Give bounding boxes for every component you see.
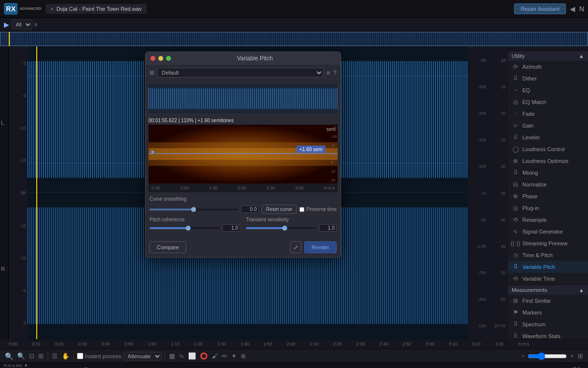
- utility-collapse-icon[interactable]: ▲: [579, 53, 584, 59]
- panel-item[interactable]: ⊹ Gain: [508, 120, 588, 131]
- vp-time-2: 1:30: [209, 185, 218, 190]
- hz-entry: 15: [488, 73, 507, 100]
- vp-time-0: 0:30: [151, 185, 160, 190]
- curve-smoothing-slider[interactable]: [149, 209, 238, 210]
- panel-item[interactable]: ∿ Signal Generator: [508, 226, 588, 237]
- preserve-time-checkbox[interactable]: Preserve time: [299, 207, 337, 212]
- preserve-time-input[interactable]: [299, 207, 304, 212]
- view-select[interactable]: All: [11, 20, 32, 29]
- panel-item[interactable]: ⠿ Leveler: [508, 131, 588, 143]
- panel-item[interactable]: ⊕ Loudness Optimize: [508, 155, 588, 167]
- compare-button[interactable]: Compare: [149, 241, 186, 253]
- reset-curve-button[interactable]: Reset curve: [262, 205, 296, 214]
- magic-wand-icon[interactable]: ✦: [230, 351, 238, 361]
- panel-item[interactable]: ⠿ Waveform Stats: [508, 330, 588, 339]
- lasso-icon[interactable]: ⭕: [199, 351, 209, 361]
- waveform-icon[interactable]: ∿: [178, 351, 185, 361]
- hand-tool-icon[interactable]: ✋: [61, 351, 71, 361]
- zoom-minus-icon[interactable]: −: [520, 351, 526, 361]
- timecode-section: h:m:s.ms ▼ 00:00:00.000: [4, 363, 75, 368]
- panel-item[interactable]: ◎ EQ Match: [508, 96, 588, 108]
- fit-zoom-icon[interactable]: ⊞: [577, 351, 584, 361]
- zoom-in-icon[interactable]: 🔍: [4, 351, 14, 361]
- find-similar-icon: ⊞: [512, 297, 519, 305]
- spectrogram-icon[interactable]: ▦: [168, 351, 176, 361]
- panel-item[interactable]: ⠿ Spectrum: [508, 318, 588, 330]
- eq-match-label: EQ Match: [522, 99, 546, 105]
- dither-label: Dither: [522, 76, 537, 81]
- panel-item[interactable]: ~ EQ: [508, 84, 588, 96]
- panel-item[interactable]: ⠿ Dither: [508, 73, 588, 84]
- waveform-area[interactable]: Variable Pitch ⊞ Default ≡ ?: [27, 47, 468, 339]
- panel-item[interactable]: ⟋ Fade: [508, 108, 588, 120]
- vp-close-dot[interactable]: [150, 56, 155, 61]
- vp-pitch-badge: +1.60 sem: [296, 146, 325, 153]
- render-button[interactable]: Render: [304, 241, 337, 253]
- vp-pitch-line[interactable]: ▶: [148, 153, 338, 154]
- panel-scroll[interactable]: Utility ▲ ⟳ Azimuth ⠿ Dither ~ EQ ◎ EQ: [508, 51, 588, 339]
- tab-close[interactable]: ×: [50, 6, 53, 12]
- nav-back-icon[interactable]: ◀: [570, 5, 575, 13]
- panel-item[interactable]: ⟲ Variable Time: [508, 273, 588, 285]
- timeline-mark: 1:30: [217, 342, 226, 346]
- db-entry: -15: [9, 144, 27, 177]
- stamp-icon[interactable]: ⊕: [240, 351, 247, 361]
- headphones-icon[interactable]: 🎧: [79, 366, 93, 368]
- selection-type-icon[interactable]: ⬜: [187, 351, 197, 361]
- transient-sensitivity-slider[interactable]: [246, 227, 316, 229]
- repair-assistant-button[interactable]: Repair Assistant: [514, 3, 565, 14]
- selection-tool-icon[interactable]: ⊡: [28, 351, 35, 361]
- hz-entry: 35: [488, 180, 507, 206]
- utility-header[interactable]: Utility ▲: [508, 51, 588, 61]
- vp-controls: Curve smoothing 0.0 Reset curve Pr: [146, 192, 341, 241]
- panel-item[interactable]: ◎ Plug-in: [508, 202, 588, 214]
- timeline-mark: 0:00: [9, 342, 18, 346]
- panel-item[interactable]: ⊞ Find Similar: [508, 295, 588, 307]
- zoom-plus-icon[interactable]: +: [569, 351, 575, 361]
- panel-item[interactable]: ⠿ Mixing: [508, 167, 588, 179]
- timecode-format-label: h:m:s.ms: [4, 363, 22, 368]
- panel-item[interactable]: ⠿ Variable Pitch: [508, 261, 588, 273]
- db-entry: -6: [9, 79, 27, 111]
- db-r-entry: -700: [468, 260, 488, 286]
- instant-process-checkbox[interactable]: [77, 353, 83, 359]
- menu-icon[interactable]: ≡: [34, 22, 37, 27]
- zoom-tool-icon[interactable]: ⊞: [37, 351, 45, 361]
- vp-help-icon[interactable]: ?: [333, 69, 337, 77]
- hz-scale: 10 15 20 25 30 35 40 45 50 55 20 Hz: [488, 47, 507, 339]
- instant-process-label[interactable]: Instant process: [77, 353, 122, 359]
- panel-item[interactable]: ⊟ Normalize: [508, 179, 588, 190]
- file-tab[interactable]: × Doja Cat - Paint The Town Red.wav: [46, 4, 147, 14]
- svg-text:RX: RX: [6, 5, 16, 13]
- vp-maximize-dot[interactable]: [166, 56, 171, 61]
- waveform-stats-icon: ⠿: [512, 332, 519, 339]
- vp-spectrogram[interactable]: ▶ +1.60 sem sem -15-10-5051015: [148, 125, 338, 184]
- pan-tool-icon[interactable]: ☰: [51, 351, 59, 361]
- panel-item[interactable]: ◷ Time & Pitch: [508, 249, 588, 261]
- panel-item[interactable]: ((·)) Streaming Preview: [508, 237, 588, 249]
- top-controls: ▶ All ≡: [0, 18, 588, 32]
- panel-item[interactable]: ⚑ Markers: [508, 307, 588, 318]
- timecode-dropdown-icon[interactable]: ▼: [24, 363, 28, 368]
- db-r-entry: -1.5k: [468, 233, 488, 259]
- panel-item[interactable]: ⟳ Azimuth: [508, 61, 588, 73]
- measurements-header[interactable]: Measurements ▲: [508, 285, 588, 295]
- zoom-out-icon[interactable]: 🔍: [16, 351, 26, 361]
- play-button[interactable]: ▶: [4, 21, 9, 28]
- pitch-coherence-slider[interactable]: [149, 227, 220, 229]
- vp-timeline: 0:30 1:00 1:30 2:00 2:30 3:00 h:m:s: [148, 184, 338, 192]
- vp-menu-icon[interactable]: ≡: [326, 69, 330, 77]
- db-r-entry: -10k: [468, 153, 488, 180]
- panel-item[interactable]: ◯ Loudness Control: [508, 143, 588, 155]
- brush-icon[interactable]: 🖌: [211, 351, 219, 361]
- measurements-collapse-icon[interactable]: ▲: [579, 287, 584, 293]
- timeline-mark: 0:40: [101, 342, 110, 346]
- vp-preset-select[interactable]: Default: [157, 68, 323, 78]
- panel-item[interactable]: ⊗ Phase: [508, 190, 588, 202]
- panel-item[interactable]: ⟲ Resample: [508, 214, 588, 226]
- vp-minimize-dot[interactable]: [158, 56, 163, 61]
- eraser-icon[interactable]: ✏: [221, 351, 228, 361]
- zoom-slider[interactable]: [528, 352, 567, 360]
- resize-button[interactable]: ⤢: [290, 241, 301, 253]
- attenuation-select[interactable]: Attenuate: [123, 352, 162, 361]
